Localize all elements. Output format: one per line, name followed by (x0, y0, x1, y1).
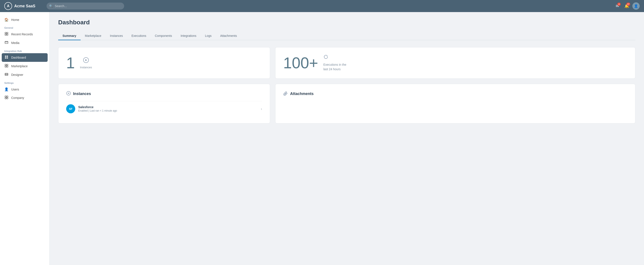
attachments-card-header: Attachments (283, 91, 628, 97)
search-input[interactable] (46, 2, 124, 10)
svg-rect-5 (5, 56, 6, 57)
sidebar-label-users: Users (11, 88, 19, 91)
svg-rect-8 (7, 57, 8, 58)
sidebar-label-designer: Designer (11, 73, 23, 76)
dashboard-icon (4, 55, 8, 60)
paperclip-icon (283, 91, 288, 97)
sidebar-label-dashboard: Dashboard (11, 56, 26, 59)
svg-rect-1 (7, 32, 8, 34)
sidebar-item-media[interactable]: Media (0, 38, 49, 47)
svg-rect-12 (7, 66, 8, 67)
sidebar-item-recent-records[interactable]: Recent Records (0, 30, 49, 38)
mail-badge: 4 (617, 2, 621, 6)
svg-rect-2 (5, 34, 6, 35)
search-container: 🔍 (46, 2, 124, 10)
instance-row-salesforce[interactable]: SF Salesforce Enabled | Last ran < 1 min… (66, 101, 262, 116)
tab-components[interactable]: Components (151, 32, 176, 40)
executions-count-card: 100+ Executions in the last 24 hours (275, 47, 636, 79)
recent-records-icon (4, 32, 8, 36)
tabs-bar: Summary Marketplace Instances Executions… (58, 32, 636, 40)
salesforce-logo: SF (66, 104, 75, 113)
svg-rect-6 (7, 56, 8, 57)
tab-integrations[interactable]: Integrations (176, 32, 201, 40)
tab-executions[interactable]: Executions (127, 32, 150, 40)
executions-desc-wrap: Executions in the last 24 hours (323, 54, 346, 72)
marketplace-icon (4, 64, 8, 68)
chevron-right-icon: › (261, 107, 262, 111)
sidebar-item-marketplace[interactable]: Marketplace (0, 62, 49, 70)
instance-info-salesforce: Salesforce Enabled | Last ran < 1 minute… (78, 105, 261, 112)
svg-rect-14 (5, 96, 6, 97)
media-icon (4, 41, 8, 45)
avatar-icon: 👤 (634, 4, 638, 8)
svg-rect-17 (7, 98, 8, 99)
user-avatar-button[interactable]: 👤 (632, 2, 640, 10)
sidebar-item-dashboard[interactable]: Dashboard (2, 53, 48, 62)
notification-badge: 17 (626, 2, 630, 6)
play-icon (66, 91, 71, 97)
notification-button[interactable]: 🔔 17 (623, 2, 631, 10)
app-logo: A Acme SaaS (4, 2, 43, 10)
home-icon: 🏠 (4, 18, 8, 22)
app-name: Acme SaaS (14, 4, 35, 8)
executions-count: 100+ (283, 55, 318, 71)
tab-summary[interactable]: Summary (58, 32, 80, 40)
svg-rect-9 (5, 64, 6, 66)
mail-button[interactable]: ✉ 4 (614, 2, 621, 10)
svg-rect-15 (7, 96, 8, 97)
designer-icon (4, 72, 8, 77)
svg-rect-11 (5, 66, 6, 67)
logo-icon: A (4, 2, 12, 10)
sidebar-item-company[interactable]: Company (0, 94, 49, 102)
svg-rect-3 (7, 34, 8, 35)
sidebar-section-settings: Settings (0, 79, 49, 85)
tab-marketplace[interactable]: Marketplace (80, 32, 106, 40)
svg-rect-4 (5, 41, 8, 44)
instances-card: Instances SF Salesforce Enabled | Last r… (58, 84, 270, 124)
sidebar-label-marketplace: Marketplace (11, 64, 28, 68)
play-circle-icon (83, 57, 89, 64)
sidebar-label-company: Company (11, 96, 24, 100)
sidebar-label-media: Media (11, 41, 20, 44)
instances-count: 1 (66, 55, 75, 71)
page-title: Dashboard (58, 19, 636, 26)
tab-instances[interactable]: Instances (106, 32, 127, 40)
instances-count-card: 1 Instances (58, 47, 270, 79)
topnav-right: ✉ 4 🔔 17 👤 (614, 2, 640, 10)
instance-name-salesforce: Salesforce (78, 105, 261, 109)
instances-stat-label: Instances (80, 66, 92, 69)
sidebar-item-users[interactable]: 👤 Users (0, 85, 49, 94)
company-icon (4, 96, 8, 100)
bottom-cards-row: Instances SF Salesforce Enabled | Last r… (58, 84, 636, 124)
tab-attachments[interactable]: Attachments (216, 32, 241, 40)
sidebar-item-designer[interactable]: Designer (0, 70, 49, 79)
svg-rect-16 (5, 98, 6, 99)
sidebar-label-home: Home (11, 18, 19, 22)
layout: 🏠 Home General Recent Records (0, 12, 644, 265)
svg-rect-0 (5, 32, 6, 34)
svg-rect-10 (7, 64, 8, 66)
refresh-icon (323, 54, 346, 61)
instances-label-wrap: Instances (80, 57, 92, 69)
instances-card-header: Instances (66, 91, 262, 97)
tab-logs[interactable]: Logs (201, 32, 216, 40)
svg-rect-7 (5, 57, 6, 58)
instance-status-salesforce: Enabled | Last ran < 1 minute ago (78, 109, 261, 112)
search-icon: 🔍 (49, 4, 53, 8)
attachments-card: Attachments (275, 84, 636, 124)
sidebar-section-integration-hub: Integration Hub (0, 47, 49, 53)
main-content: Dashboard Summary Marketplace Instances … (50, 12, 644, 265)
attachments-card-title: Attachments (290, 92, 314, 96)
sidebar-item-home[interactable]: 🏠 Home (0, 16, 49, 24)
sidebar-label-recent-records: Recent Records (11, 32, 33, 36)
top-cards-row: 1 Instances 100+ (58, 47, 636, 79)
executions-description: Executions in the last 24 hours (323, 62, 346, 72)
topnav: A Acme SaaS 🔍 ✉ 4 🔔 17 👤 (0, 0, 644, 12)
sidebar: 🏠 Home General Recent Records (0, 12, 50, 265)
users-icon: 👤 (4, 87, 8, 91)
sidebar-section-general: General (0, 24, 49, 30)
instances-card-title: Instances (73, 92, 91, 96)
